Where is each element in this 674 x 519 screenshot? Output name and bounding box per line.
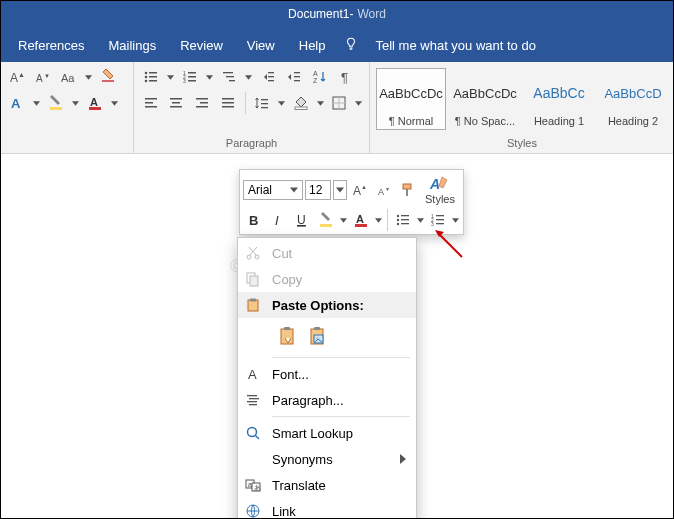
increase-indent-icon[interactable] bbox=[283, 66, 305, 88]
bullets-icon[interactable] bbox=[140, 66, 162, 88]
smart-lookup-icon bbox=[244, 424, 262, 442]
context-paste-options-header: Paste Options: bbox=[238, 292, 416, 318]
mini-shrink-font-icon[interactable]: A▼ bbox=[373, 179, 395, 201]
bullets-dropdown[interactable] bbox=[166, 75, 175, 80]
style-normal-sample: AaBbCcDc bbox=[379, 71, 443, 115]
context-font[interactable]: A Font... bbox=[238, 361, 416, 387]
svg-text:Z: Z bbox=[313, 77, 318, 84]
context-copy[interactable]: Copy bbox=[238, 266, 416, 292]
tab-mailings[interactable]: Mailings bbox=[96, 28, 168, 62]
grow-font-icon[interactable]: A▲ bbox=[6, 66, 28, 88]
tab-references[interactable]: References bbox=[6, 28, 96, 62]
align-left-icon[interactable] bbox=[140, 92, 162, 114]
style-heading1[interactable]: AaBbCc Heading 1 bbox=[524, 68, 594, 130]
style-no-spacing[interactable]: AaBbCcDc ¶ No Spac... bbox=[450, 68, 520, 130]
highlight-icon[interactable] bbox=[45, 92, 67, 114]
context-font-label: Font... bbox=[272, 367, 410, 382]
mini-separator bbox=[387, 209, 388, 231]
sort-icon[interactable]: AZ bbox=[309, 66, 331, 88]
mini-font-size[interactable]: 12 bbox=[305, 180, 331, 200]
shading-icon[interactable] bbox=[290, 92, 312, 114]
mini-styles-button[interactable]: A Styles bbox=[421, 173, 459, 207]
svg-rect-75 bbox=[436, 219, 444, 220]
svg-rect-85 bbox=[284, 327, 290, 330]
svg-rect-71 bbox=[401, 223, 409, 224]
svg-text:A: A bbox=[10, 71, 18, 85]
line-spacing-dropdown[interactable] bbox=[277, 101, 286, 106]
svg-line-96 bbox=[256, 436, 260, 440]
context-paste-options-label: Paste Options: bbox=[272, 298, 410, 313]
show-paragraph-marks-icon[interactable]: ¶ bbox=[335, 66, 357, 88]
svg-rect-56 bbox=[403, 184, 411, 189]
ribbon: A▲ A▼ Aa A A 123 AZ ¶ bbox=[0, 62, 674, 154]
svg-text:A: A bbox=[248, 367, 257, 382]
svg-text:A: A bbox=[356, 213, 364, 225]
mini-bold-icon[interactable]: B bbox=[243, 209, 265, 231]
mini-bullets-icon[interactable] bbox=[392, 209, 414, 231]
context-smart-lookup[interactable]: Smart Lookup bbox=[238, 420, 416, 446]
svg-point-9 bbox=[145, 72, 148, 75]
ribbon-group-paragraph: 123 AZ ¶ Paragraph bbox=[134, 62, 370, 153]
context-translate-label: Translate bbox=[272, 478, 410, 493]
clear-format-icon[interactable] bbox=[97, 66, 119, 88]
tell-me-search[interactable]: Tell me what you want to do bbox=[364, 28, 548, 62]
mini-font-color-dropdown[interactable] bbox=[374, 218, 383, 223]
font-color-dropdown[interactable] bbox=[110, 101, 119, 106]
context-paragraph-label: Paragraph... bbox=[272, 393, 410, 408]
context-link[interactable]: Link bbox=[238, 498, 416, 519]
highlight-dropdown[interactable] bbox=[71, 101, 80, 106]
tab-review[interactable]: Review bbox=[168, 28, 235, 62]
borders-icon[interactable] bbox=[329, 92, 351, 114]
svg-rect-35 bbox=[145, 106, 157, 108]
context-paragraph[interactable]: Paragraph... bbox=[238, 387, 416, 413]
mini-font-size-dropdown[interactable] bbox=[333, 180, 347, 200]
numbering-dropdown[interactable] bbox=[205, 75, 214, 80]
svg-rect-73 bbox=[436, 215, 444, 216]
paste-keep-source-icon[interactable] bbox=[274, 322, 302, 350]
decrease-indent-icon[interactable] bbox=[257, 66, 279, 88]
context-cut[interactable]: Cut bbox=[238, 240, 416, 266]
svg-rect-47 bbox=[261, 107, 268, 108]
tab-help[interactable]: Help bbox=[287, 28, 338, 62]
justify-icon[interactable] bbox=[217, 92, 239, 114]
svg-rect-25 bbox=[268, 76, 274, 77]
shading-dropdown[interactable] bbox=[316, 101, 325, 106]
context-synonyms[interactable]: Synonyms bbox=[238, 446, 416, 472]
svg-rect-41 bbox=[196, 106, 208, 108]
style-normal[interactable]: AaBbCcDc ¶ Normal bbox=[376, 68, 446, 130]
mini-underline-icon[interactable]: U bbox=[291, 209, 313, 231]
multilevel-list-icon[interactable] bbox=[218, 66, 240, 88]
mini-bullets-dropdown[interactable] bbox=[416, 218, 425, 223]
tab-view[interactable]: View bbox=[235, 28, 287, 62]
mini-grow-font-icon[interactable]: A▲ bbox=[349, 179, 371, 201]
numbering-icon[interactable]: 123 bbox=[179, 66, 201, 88]
style-heading2[interactable]: AaBbCcD Heading 2 bbox=[598, 68, 668, 130]
text-effects-icon[interactable]: A bbox=[6, 92, 28, 114]
change-case-dropdown[interactable] bbox=[84, 75, 93, 80]
svg-rect-38 bbox=[170, 106, 182, 108]
mini-italic-icon[interactable]: I bbox=[267, 209, 289, 231]
mini-numbering-dropdown[interactable] bbox=[451, 218, 460, 223]
mini-highlight-icon[interactable] bbox=[315, 209, 337, 231]
mini-font-color-icon[interactable]: A bbox=[350, 209, 372, 231]
multilevel-dropdown[interactable] bbox=[244, 75, 253, 80]
context-translate[interactable]: aあ Translate bbox=[238, 472, 416, 498]
mini-font-name[interactable]: Arial bbox=[243, 180, 303, 200]
font-color-icon[interactable]: A bbox=[84, 92, 106, 114]
borders-dropdown[interactable] bbox=[354, 101, 363, 106]
style-no-spacing-name: ¶ No Spac... bbox=[455, 115, 515, 127]
mini-font-size-value: 12 bbox=[309, 183, 322, 197]
change-case-icon[interactable]: Aa bbox=[58, 66, 80, 88]
text-effects-dropdown[interactable] bbox=[32, 101, 41, 106]
mini-highlight-dropdown[interactable] bbox=[339, 218, 348, 223]
svg-text:A: A bbox=[36, 73, 43, 84]
shrink-font-icon[interactable]: A▼ bbox=[32, 66, 54, 88]
align-center-icon[interactable] bbox=[166, 92, 188, 114]
align-right-icon[interactable] bbox=[191, 92, 213, 114]
paste-picture-icon[interactable] bbox=[304, 322, 332, 350]
mini-format-painter-icon[interactable] bbox=[397, 179, 419, 201]
title-separator: - bbox=[349, 7, 353, 21]
line-spacing-icon[interactable] bbox=[252, 92, 274, 114]
submenu-arrow-icon bbox=[400, 452, 410, 467]
context-separator bbox=[272, 357, 410, 358]
